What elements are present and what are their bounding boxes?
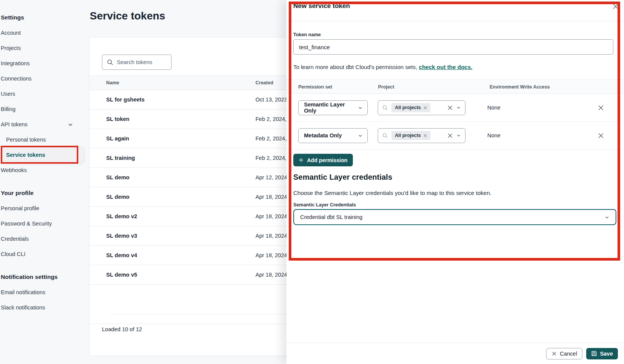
- token-name-cell: SL demo: [89, 194, 255, 200]
- sidebar-item-service-tokens[interactable]: Service tokens: [0, 147, 81, 163]
- token-name-input[interactable]: [293, 39, 613, 55]
- token-created-cell: Apr 18, 2024,: [255, 194, 289, 200]
- close-icon: [551, 351, 557, 356]
- cancel-label: Cancel: [560, 351, 577, 357]
- load-status: Loaded 10 of 12: [102, 326, 142, 332]
- sidebar-item-webhooks[interactable]: Webhooks: [0, 163, 81, 178]
- docs-helper-text: To learn more about dbt Cloud's permissi…: [293, 64, 472, 70]
- clear-selection-icon[interactable]: [447, 105, 453, 111]
- sidebar-item[interactable]: Slack notifications: [0, 300, 81, 315]
- permission-row: Semantic Layer Only All projects: [286, 94, 624, 122]
- search-tokens-box[interactable]: [102, 55, 171, 70]
- project-chip-label: All projects: [395, 105, 421, 110]
- token-created-cell: Feb 2, 2024, 1: [255, 116, 291, 122]
- sidebar-item[interactable]: Connections: [0, 71, 81, 86]
- semantic-layer-credentials-select[interactable]: Credential dbt SL training: [293, 209, 616, 225]
- semantic-layer-credentials-label: Semantic Layer Credentials: [293, 202, 356, 208]
- sidebar-profile-list: Personal profile Password & Security Cre…: [0, 201, 81, 262]
- column-header-name: Name: [89, 80, 255, 85]
- environment-write-access-value: None: [487, 132, 501, 139]
- sidebar-item-api-tokens[interactable]: API tokens: [0, 117, 81, 132]
- token-created-cell: Apr 18, 2024,: [255, 233, 289, 239]
- token-name-cell: SL for gsheets: [89, 97, 255, 103]
- token-name-cell: SL demo v2: [89, 213, 255, 219]
- project-chip[interactable]: All projects: [391, 131, 430, 140]
- token-name-cell: SL demo v5: [89, 272, 255, 278]
- search-icon: [107, 59, 113, 66]
- divider: [286, 21, 624, 21]
- page-title: Service tokens: [90, 10, 165, 22]
- column-header-environment-write-access: Environment Write Access: [490, 84, 550, 90]
- sidebar-heading-notification-settings: Notification settings: [0, 269, 81, 285]
- sidebar-settings-list: Account Projects Integrations Connection…: [0, 25, 81, 117]
- remove-permission-icon[interactable]: [598, 132, 604, 139]
- docs-link[interactable]: check out the docs.: [419, 64, 472, 70]
- close-icon[interactable]: [612, 3, 619, 10]
- permission-set-value: Semantic Layer Only: [304, 101, 358, 114]
- sidebar-item[interactable]: Integrations: [0, 56, 81, 71]
- sidebar-item[interactable]: Billing: [0, 101, 81, 117]
- drawer-title: New service token: [293, 2, 350, 10]
- permission-set-select[interactable]: Semantic Layer Only: [298, 100, 368, 115]
- sidebar-item[interactable]: Cloud CLI: [0, 246, 81, 262]
- token-created-cell: Feb 2, 2024, 2: [255, 155, 291, 161]
- token-name-cell: SL demo v3: [89, 233, 255, 239]
- chevron-down-icon: [358, 133, 363, 138]
- token-created-cell: Apr 18, 2024,: [255, 213, 289, 219]
- sidebar-item[interactable]: Projects: [0, 40, 81, 56]
- sidebar-item[interactable]: Email notifications: [0, 285, 81, 300]
- project-multiselect[interactable]: All projects: [378, 100, 466, 115]
- project-chip[interactable]: All projects: [391, 103, 430, 112]
- token-name-cell: SL demo: [89, 174, 255, 180]
- sidebar-heading-your-profile: Your profile: [0, 185, 81, 201]
- project-chip-label: All projects: [395, 133, 421, 138]
- sidebar-section-gap: [0, 262, 81, 269]
- docs-text: To learn more about dbt Cloud's permissi…: [293, 64, 419, 70]
- search-icon: [382, 105, 388, 111]
- sidebar-item-label: API tokens: [1, 121, 27, 127]
- permission-set-select[interactable]: Metadata Only: [298, 128, 368, 143]
- plus-icon: [299, 158, 304, 163]
- sidebar-item[interactable]: Credentials: [0, 231, 81, 246]
- chip-remove-icon: [424, 134, 427, 137]
- remove-permission-icon[interactable]: [598, 105, 604, 111]
- permissions-rows: Semantic Layer Only All projects: [286, 94, 624, 150]
- sidebar-heading-settings: Settings: [0, 10, 81, 25]
- sidebar-item[interactable]: Password & Security: [0, 216, 81, 231]
- search-icon: [382, 133, 388, 139]
- permissions-table-header: Permission set Project Environment Write…: [286, 79, 624, 94]
- sidebar-item[interactable]: Personal profile: [0, 201, 81, 216]
- chevron-down-icon[interactable]: [456, 105, 461, 110]
- column-header-project: Project: [378, 84, 394, 90]
- chevron-down-icon[interactable]: [456, 133, 461, 138]
- sidebar-item-personal-tokens[interactable]: Personal tokens: [0, 132, 81, 147]
- clear-selection-icon[interactable]: [447, 133, 453, 139]
- sidebar-item[interactable]: Users: [0, 86, 81, 101]
- project-multiselect[interactable]: All projects: [378, 128, 466, 143]
- sidebar-item[interactable]: Account: [0, 25, 81, 40]
- chip-remove-icon: [424, 106, 427, 110]
- cancel-button[interactable]: Cancel: [546, 348, 582, 359]
- sidebar-notifications-list: Email notifications Slack notifications: [0, 285, 81, 315]
- sidebar-section-gap: [0, 178, 81, 185]
- token-name-cell: SL training: [89, 155, 255, 161]
- save-button[interactable]: Save: [586, 348, 618, 359]
- add-permission-button[interactable]: Add permission: [293, 154, 353, 166]
- semantic-layer-credentials-heading: Semantic Layer credentials: [293, 173, 392, 182]
- semantic-layer-credentials-value: Credential dbt SL training: [300, 214, 362, 220]
- search-tokens-input[interactable]: [117, 59, 167, 65]
- chevron-down-icon: [358, 105, 363, 110]
- add-permission-label: Add permission: [307, 157, 348, 163]
- token-name-cell: SL demo v4: [89, 252, 255, 258]
- permission-set-value: Metadata Only: [304, 132, 342, 139]
- token-created-cell: Apr 18, 2024,: [255, 252, 289, 258]
- semantic-layer-credentials-description: Choose the Semantic Layer credentials yo…: [293, 190, 491, 196]
- permission-row: Metadata Only All projects: [286, 122, 624, 150]
- new-service-token-drawer: New service token Token name To learn mo…: [286, 0, 624, 364]
- token-name-cell: SL again: [89, 135, 255, 142]
- sidebar-item-service-tokens-wrap: Service tokens: [0, 147, 81, 163]
- token-created-cell: Oct 13, 2023,: [255, 97, 289, 103]
- column-header-permission-set: Permission set: [298, 84, 332, 90]
- token-created-cell: Apr 18, 2024,: [255, 272, 289, 278]
- environment-write-access-value: None: [487, 105, 501, 111]
